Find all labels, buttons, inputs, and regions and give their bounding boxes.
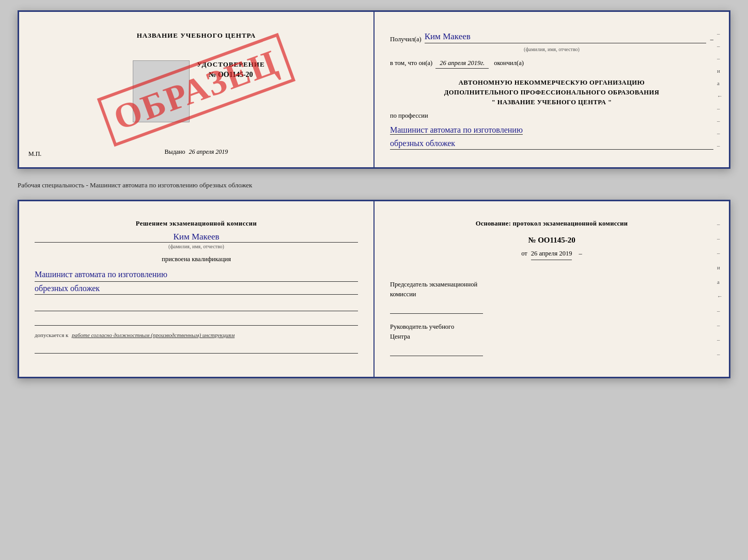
bottom-doc-left: Решением экзаменационной комиссии Ким Ма… [19, 201, 375, 377]
profession-line1: Машинист автомата по изготовлению [390, 125, 523, 135]
top-doc-left: НАЗВАНИЕ УЧЕБНОГО ЦЕНТРА УДОСТОВЕРЕНИЕ №… [19, 12, 375, 167]
recipient-name: Ким Макеев [425, 31, 706, 43]
допускается-line: допускается к работе согласно должностны… [35, 332, 358, 338]
vydano-line: Выдано 26 апреля 2019 [165, 148, 228, 156]
dash-protocol: – [579, 250, 582, 257]
допускается-italic: работе согласно должностным (производств… [72, 332, 235, 338]
vydano-label: Выдано [165, 148, 185, 155]
top-doc-right: Получил(а) Ким Макеев – (фамилия, имя, о… [375, 12, 729, 167]
recipient-label: Получил(а) [390, 36, 422, 43]
fio-subtitle-top: (фамилия, имя, отчество) [390, 46, 713, 52]
profession-label: по профессии [390, 112, 713, 120]
date-value: 26 апреля 2019г. [435, 59, 489, 69]
protocol-date: 26 апреля 2019 [531, 250, 572, 260]
blank-line-2 [35, 314, 358, 326]
fio-subtitle-bottom: (фамилия, имя, отчество) [35, 244, 358, 249]
udostoverenie-number: № OO1145-20 [197, 71, 264, 79]
rukovoditel-line2: Центра [390, 333, 713, 341]
org-line3: " НАЗВАНИЕ УЧЕБНОГО ЦЕНТРА " [390, 98, 713, 107]
bottom-doc-right: Основание: протокол экзаменационной коми… [375, 201, 729, 377]
protocol-date-prefix: от [521, 250, 527, 257]
bottom-document: Решением экзаменационной комиссии Ким Ма… [18, 200, 730, 378]
org-line1: АВТОНОМНУЮ НЕКОММЕРЧЕСКУЮ ОРГАНИЗАЦИЮ [390, 78, 713, 88]
mp-label: М.П. [28, 150, 41, 158]
rukovoditel-line1: Руководитель учебного [390, 323, 713, 331]
assigned-label: присвоена квалификация [35, 255, 358, 263]
chairman-label-line1: Председатель экзаменационной [390, 281, 713, 289]
separator-text: Рабочая специальность - Машинист автомат… [18, 178, 730, 190]
blank-line-3 [35, 342, 358, 354]
date-line: в том, что он(а) 26 апреля 2019г. окончи… [390, 59, 713, 69]
exam-commission-label: Решением экзаменационной комиссии [35, 220, 358, 228]
org-block: АВТОНОМНУЮ НЕКОММЕРЧЕСКУЮ ОРГАНИЗАЦИЮ ДО… [390, 78, 713, 107]
rukovoditel-sign-line [390, 344, 483, 356]
margin-lines: – – – и а ← – – – – [717, 27, 723, 152]
profession-line2: обрезных обложек [390, 139, 713, 150]
qualification-line2: обрезных обложек [35, 284, 358, 295]
date-label: в том, что он(а) [390, 59, 432, 67]
blank-lines-block [35, 300, 358, 326]
protocol-number: № OO1145-20 [390, 236, 713, 245]
chairman-sign-line [390, 301, 483, 314]
vydano-date: 26 апреля 2019 [189, 148, 228, 155]
chairman-label-line2: комиссии [390, 291, 713, 298]
recipient-line: Получил(а) Ким Макеев – [390, 31, 713, 43]
qualification-line1: Машинист автомата по изготовлению [35, 267, 358, 282]
top-document: НАЗВАНИЕ УЧЕБНОГО ЦЕНТРА УДОСТОВЕРЕНИЕ №… [18, 10, 730, 169]
okончил-label: окончил(а) [494, 59, 524, 67]
org-line2: ДОПОЛНИТЕЛЬНОГО ПРОФЕССИОНАЛЬНОГО ОБРАЗО… [390, 88, 713, 98]
school-name-top: НАЗВАНИЕ УЧЕБНОГО ЦЕНТРА [137, 31, 256, 40]
osnov-label: Основание: протокол экзаменационной коми… [390, 220, 713, 228]
допускается-text: допускается к [35, 332, 68, 338]
photo-placeholder [133, 60, 190, 122]
blank-line-1 [35, 300, 358, 311]
dash-after-name: – [710, 36, 713, 43]
bottom-margin-lines: – – – и а ← – – – – [717, 217, 723, 361]
protocol-date-wrap: от 26 апреля 2019 – [390, 250, 713, 270]
person-name-bottom: Ким Макеев [35, 232, 358, 243]
udostoverenie-title: УДОСТОВЕРЕНИЕ [197, 60, 264, 69]
